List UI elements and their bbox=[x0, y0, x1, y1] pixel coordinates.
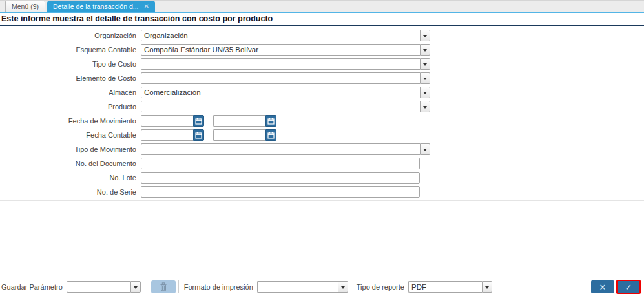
chevron-down-icon bbox=[423, 78, 427, 80]
esquema-contable-input[interactable] bbox=[141, 44, 420, 56]
chevron-down-icon bbox=[423, 149, 427, 151]
cancel-x-icon: ✕ bbox=[599, 283, 607, 291]
chevron-down-icon bbox=[423, 106, 427, 109]
print-format-input[interactable] bbox=[257, 281, 338, 293]
form-row: Producto bbox=[0, 100, 644, 114]
no-de-serie-input[interactable] bbox=[141, 186, 420, 198]
form-row: Tipo de Movimiento bbox=[0, 142, 644, 156]
calendar-icon bbox=[267, 118, 275, 125]
esquema-contable-dropdown-button[interactable] bbox=[420, 44, 430, 56]
tab-detalle-transaccion[interactable]: Detalle de la transacción d... ✕ bbox=[47, 1, 155, 12]
no-del-documento-input[interactable] bbox=[141, 158, 420, 169]
esquema-contable-combobox bbox=[141, 44, 430, 56]
save-parameter-combobox bbox=[67, 281, 141, 293]
tab-label: Detalle de la transacción d... bbox=[53, 3, 139, 10]
print-format-combobox bbox=[257, 281, 348, 293]
form-row: Esquema Contable bbox=[0, 43, 644, 57]
form-row: No. Lote bbox=[0, 171, 644, 185]
tab-bar: Menú (9) Detalle de la transacción d... … bbox=[0, 0, 644, 13]
ok-check-icon: ✓ bbox=[625, 283, 632, 291]
calendar-button[interactable] bbox=[193, 129, 204, 141]
form-row: Organización bbox=[0, 28, 644, 43]
chevron-down-icon bbox=[485, 286, 489, 289]
close-icon[interactable]: ✕ bbox=[144, 3, 149, 10]
chevron-down-icon bbox=[134, 286, 138, 289]
date-range-separator: - bbox=[207, 131, 210, 139]
no-lote-input[interactable] bbox=[141, 172, 420, 184]
fecha-movimiento-desde-datebox bbox=[141, 115, 204, 127]
tipo-de-movimiento-combobox bbox=[141, 143, 430, 155]
field-label-almacen: Almacén bbox=[0, 89, 141, 96]
tab-menu[interactable]: Menú (9) bbox=[5, 1, 45, 12]
chevron-down-icon bbox=[423, 49, 427, 52]
form-row: Elemento de Costo bbox=[0, 71, 644, 85]
print-format-label: Formato de impresión bbox=[184, 283, 253, 291]
ok-button[interactable]: ✓ bbox=[616, 280, 641, 294]
report-type-input[interactable] bbox=[408, 281, 482, 293]
form-row: No. del Documento bbox=[0, 156, 644, 171]
divider bbox=[351, 280, 351, 293]
field-label-no-del-documento: No. del Documento bbox=[0, 160, 141, 167]
fecha-movimiento-hasta-input[interactable] bbox=[213, 115, 265, 127]
field-label-tipo-de-movimiento: Tipo de Movimiento bbox=[0, 145, 141, 153]
elemento-de-costo-combobox bbox=[141, 72, 430, 84]
field-label-fecha-contable: Fecha Contable bbox=[0, 131, 141, 139]
form-row: Fecha de Movimiento - bbox=[0, 114, 644, 128]
report-type-dropdown-button[interactable] bbox=[482, 281, 492, 293]
fecha-movimiento-desde-input[interactable] bbox=[141, 115, 193, 127]
report-type-label: Tipo de reporte bbox=[357, 283, 404, 291]
fecha-contable-desde-input[interactable] bbox=[141, 129, 193, 141]
save-parameter-label: Guardar Parámetro bbox=[1, 283, 63, 291]
elemento-de-costo-dropdown-button[interactable] bbox=[420, 72, 430, 84]
chevron-down-icon bbox=[423, 63, 427, 66]
field-label-producto: Producto bbox=[0, 103, 141, 111]
tipo-de-movimiento-input[interactable] bbox=[141, 143, 420, 155]
field-label-esquema-contable: Esquema Contable bbox=[0, 46, 141, 54]
elemento-de-costo-input[interactable] bbox=[141, 72, 420, 84]
form-row: No. de Serie bbox=[0, 185, 644, 199]
field-label-fecha-de-movimiento: Fecha de Movimiento bbox=[0, 117, 141, 125]
tipo-de-costo-dropdown-button[interactable] bbox=[420, 58, 430, 70]
organizacion-dropdown-button[interactable] bbox=[420, 30, 430, 41]
calendar-icon bbox=[195, 132, 202, 139]
delete-parameter-button[interactable] bbox=[151, 280, 176, 293]
fecha-contable-hasta-datebox bbox=[213, 129, 276, 141]
date-range-separator: - bbox=[207, 117, 210, 125]
chevron-down-icon bbox=[341, 286, 345, 289]
print-format-dropdown-button[interactable] bbox=[338, 281, 348, 293]
tipo-de-costo-input[interactable] bbox=[141, 58, 420, 70]
parameter-form: Organización Esquema Contable Tipo de Co… bbox=[0, 26, 644, 201]
producto-combobox bbox=[141, 101, 430, 112]
trash-icon bbox=[160, 282, 167, 291]
field-label-elemento-de-costo: Elemento de Costo bbox=[0, 74, 141, 82]
almacen-dropdown-button[interactable] bbox=[420, 87, 430, 98]
calendar-button[interactable] bbox=[265, 115, 276, 127]
field-label-tipo-de-costo: Tipo de Costo bbox=[0, 60, 141, 68]
producto-dropdown-button[interactable] bbox=[420, 101, 430, 112]
page-title: Este informe muestra el detalle de trans… bbox=[0, 13, 644, 26]
divider bbox=[178, 280, 179, 293]
field-label-no-lote: No. Lote bbox=[0, 174, 141, 182]
calendar-button[interactable] bbox=[193, 115, 204, 127]
report-type-combobox bbox=[408, 281, 492, 293]
field-label-no-de-serie: No. de Serie bbox=[0, 188, 141, 196]
almacen-input[interactable] bbox=[141, 87, 420, 98]
organizacion-combobox bbox=[141, 30, 430, 41]
producto-input[interactable] bbox=[141, 101, 420, 112]
save-parameter-input[interactable] bbox=[67, 281, 130, 293]
chevron-down-icon bbox=[423, 92, 427, 94]
almacen-combobox bbox=[141, 87, 430, 98]
footer-action-bar: Guardar Parámetro Formato de impresión T… bbox=[0, 280, 644, 294]
fecha-contable-hasta-input[interactable] bbox=[213, 129, 265, 141]
tipo-de-costo-combobox bbox=[141, 58, 430, 70]
fecha-movimiento-hasta-datebox bbox=[213, 115, 276, 127]
calendar-button[interactable] bbox=[265, 129, 276, 141]
cancel-button[interactable]: ✕ bbox=[591, 280, 614, 293]
form-row: Almacén bbox=[0, 85, 644, 100]
form-row: Fecha Contable - bbox=[0, 128, 644, 142]
form-row: Tipo de Costo bbox=[0, 57, 644, 71]
calendar-icon bbox=[267, 132, 275, 139]
save-parameter-dropdown-button[interactable] bbox=[130, 281, 141, 293]
tipo-de-movimiento-dropdown-button[interactable] bbox=[420, 143, 430, 155]
organizacion-input[interactable] bbox=[141, 30, 420, 41]
